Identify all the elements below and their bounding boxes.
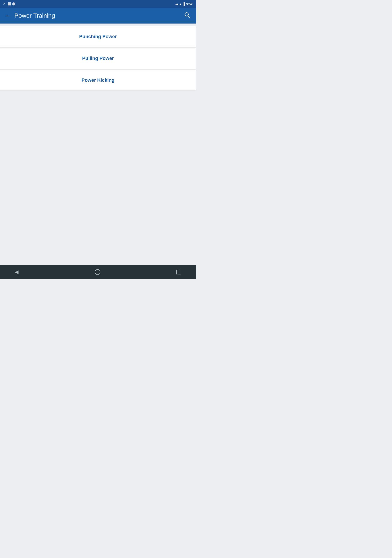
nav-back-icon: ◀	[15, 269, 18, 275]
list-item-label: Pulling Power	[82, 56, 114, 61]
content-area: Punching Power Pulling Power Power Kicki…	[0, 24, 196, 265]
signal-icon: ▴	[180, 2, 181, 6]
back-icon: ←	[5, 12, 11, 19]
nav-recent-button[interactable]	[175, 268, 183, 276]
nav-home-button[interactable]	[93, 267, 102, 277]
status-bar: A ▴▴ ▴ ▐ 3:57	[0, 0, 196, 8]
status-bar-left: A	[3, 2, 15, 5]
app-title: Power Training	[14, 12, 182, 19]
app-icon-3	[12, 2, 15, 5]
list-item-label: Punching Power	[79, 34, 117, 39]
time-display: 3:57	[186, 2, 193, 6]
app-icon-2	[8, 2, 11, 5]
battery-icon: ▐	[182, 2, 185, 6]
list-item-punching-power[interactable]: Punching Power	[0, 26, 196, 47]
nav-recent-icon	[176, 270, 181, 274]
nav-back-button[interactable]: ◀	[13, 267, 20, 277]
app-icon-a: A	[3, 2, 7, 5]
app-bar: ← Power Training	[0, 8, 196, 24]
list-item-pulling-power[interactable]: Pulling Power	[0, 48, 196, 69]
status-bar-right: ▴▴ ▴ ▐ 3:57	[175, 2, 193, 6]
back-button[interactable]: ←	[3, 11, 13, 21]
nav-bar: ◀	[0, 265, 196, 279]
nav-home-icon	[95, 269, 100, 275]
list-item-power-kicking[interactable]: Power Kicking	[0, 70, 196, 91]
wifi-icon: ▴▴	[175, 2, 178, 6]
search-button[interactable]	[182, 10, 193, 22]
search-icon	[184, 12, 191, 20]
svg-line-1	[188, 16, 190, 18]
list-item-label: Power Kicking	[81, 77, 115, 83]
